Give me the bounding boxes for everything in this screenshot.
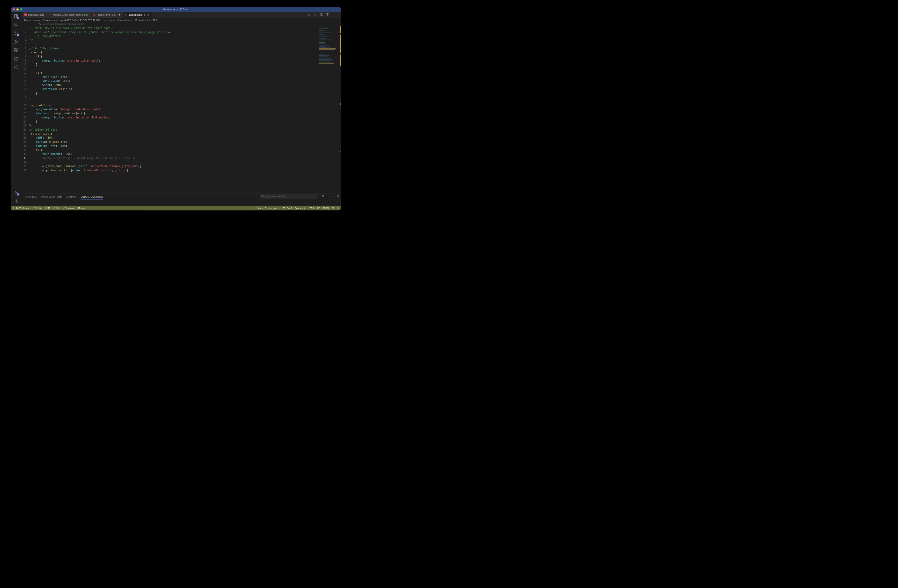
svg-point-1 [14,32,15,32]
panel-tab-output[interactable]: OUTPUT [66,195,77,198]
tab-label: about.scss [129,13,142,16]
minimize-window-button[interactable] [16,8,18,11]
svg-point-4 [14,43,15,43]
breadcrumb-item[interactable]: jonno [34,18,40,21]
svg-rect-5 [14,49,16,50]
status-branch[interactable]: 2020-Update* [13,207,30,209]
tab-theme-json[interactable]: {} Master-Chief-color-theme.json [46,12,91,18]
code-area[interactable]: /* These styles are mainly used on the a… [29,26,318,193]
tab-label: Master-Chief-color-theme.json [53,13,88,16]
panel-tab-terminal[interactable]: TERMINAL [24,195,37,198]
status-warnings[interactable]: 29 [53,207,59,209]
breadcrumb[interactable]: Users› jonno› Development› jw-v2017 BACK… [22,18,341,23]
npm-icon: n [24,14,27,16]
problems-badge: 44 [57,196,62,198]
status-extension[interactable]: Extension (117-vsc) [62,207,85,209]
status-eol[interactable]: LF [317,207,320,209]
extensions-icon[interactable] [14,48,19,53]
status-feedback-icon[interactable] [332,207,334,209]
status-errors[interactable]: 15 [45,207,51,209]
json-icon: {} [49,14,51,16]
settings-gear-icon[interactable] [14,199,19,204]
svg-point-12 [15,191,17,193]
debug-icon[interactable] [14,39,19,44]
panel-tab-debug-console[interactable]: DEBUG CONSOLE [80,195,103,200]
accounts-icon[interactable]: 1 [14,190,19,195]
minimap[interactable] [318,26,341,193]
svg-point-22 [255,208,255,208]
breadcrumb-item[interactable]: Development [43,18,58,21]
tab-label: package.json [28,13,44,16]
explorer-icon[interactable]: 1 [14,14,19,18]
status-blame[interactable]: Jonno, 2 years ago [254,207,277,209]
close-window-button[interactable] [13,8,15,11]
breadcrumb-item[interactable]: css [103,18,106,21]
compare-icon[interactable] [320,13,323,17]
status-bar: 2020-Update* 2↓ 0↑ 15 29 Extension (117-… [11,206,341,210]
status-position[interactable]: Ln 33, Col 1 [280,207,292,209]
panel-filter-input[interactable] [260,195,317,199]
gitlens-authors: You, a year ago | 2 authors (You and oth… [22,22,341,26]
collapse-panel-icon[interactable]: ⌄ [329,195,332,198]
vscode-window: about.scss — 117-vsc 1 55 [11,7,341,210]
tab-label: index.html [98,13,110,16]
svg-point-10 [14,66,18,69]
target-icon[interactable] [14,64,19,70]
breadcrumb-item[interactable]: .colour-list [138,18,150,21]
breadcrumb-item[interactable]: about.scss [120,18,132,21]
tab-actions: ··· [304,12,341,18]
breadcrumb-launcher[interactable]: › [22,202,341,206]
close-panel-icon[interactable]: × [337,195,338,198]
breadcrumb-item[interactable]: jw-v2017 BACKUP DELETE IF OK [60,18,100,21]
scm-badge: 55 [17,34,19,36]
go-back-icon[interactable] [307,13,311,17]
breadcrumb-item[interactable]: Users [24,18,31,21]
edge-icon[interactable] [14,56,19,61]
source-control-icon[interactable]: 55 [14,31,19,36]
status-language[interactable]: SCSS [323,207,329,209]
panel-tab-problems[interactable]: PROBLEMS 44 [42,195,62,198]
tab-package-json[interactable]: n package.json [22,12,46,18]
tab-modified-label: 8, M [111,14,116,16]
scss-icon: # [125,14,128,16]
svg-point-13 [16,200,17,202]
bottom-panel: TERMINAL PROBLEMS 44 OUTPUT DEBUG CONSOL… [22,193,341,202]
activity-bar: 1 55 1 [11,12,22,206]
go-forward-icon[interactable] [314,13,317,17]
more-actions-icon[interactable]: ··· [332,13,338,17]
line-gutter: 1234567891011121314151617181920212223242… [22,26,29,193]
split-editor-icon[interactable] [326,13,329,17]
search-icon[interactable] [14,22,19,27]
status-spaces[interactable]: Spaces: 4 [295,207,305,209]
close-tab-icon[interactable]: × [147,13,149,17]
svg-point-3 [17,33,18,34]
tab-index-html[interactable]: ◆ index.html 8, M [91,12,123,18]
breadcrumb-item[interactable]: sass [109,18,115,21]
svg-point-18 [13,207,14,208]
status-bell-icon[interactable] [337,207,339,209]
window-controls [13,8,22,11]
editor[interactable]: 1234567891011121314151617181920212223242… [22,26,318,193]
svg-point-0 [14,23,17,26]
accounts-badge: 1 [17,193,19,195]
svg-rect-6 [14,51,16,52]
window-title: about.scss — 117-vsc [163,8,189,11]
svg-point-2 [14,34,15,35]
dirty-indicator-icon [118,14,120,16]
svg-point-19 [13,209,14,209]
tab-count: 1 [143,14,145,16]
svg-rect-7 [17,51,18,52]
maximize-window-button[interactable] [20,8,22,11]
filter-icon[interactable]: ≡ [322,195,324,198]
status-sync[interactable]: 2↓ 0↑ [33,207,42,209]
svg-point-11 [16,67,17,68]
html-icon: ◆ [93,14,96,16]
tab-about-scss[interactable]: # about.scss 1 × [123,12,152,18]
titlebar: about.scss — 117-vsc [11,7,341,12]
status-encoding[interactable]: UTF-8 [308,207,315,209]
svg-rect-8 [17,48,18,50]
tab-bar: n package.json {} Master-Chief-color-the… [22,12,341,18]
explorer-badge: 1 [17,17,19,19]
breadcrumb-item[interactable]: li [156,18,157,21]
